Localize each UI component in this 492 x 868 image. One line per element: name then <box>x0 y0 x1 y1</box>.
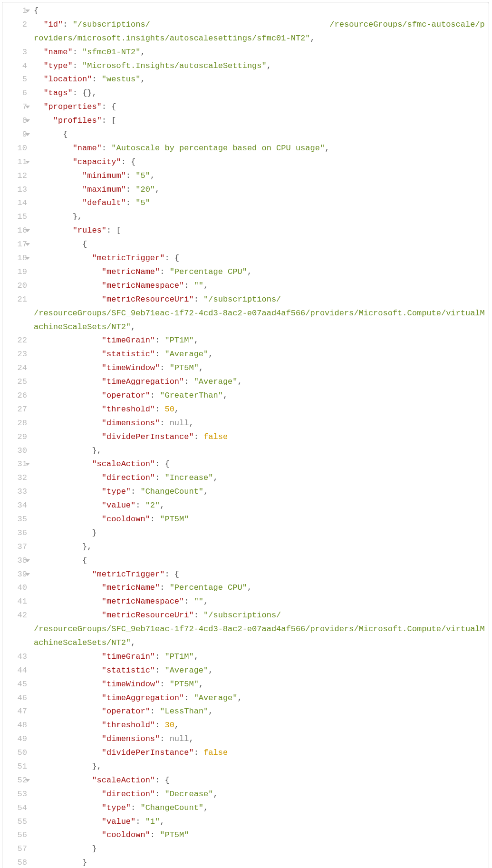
code-editor[interactable]: 1234567891011121314151617181920212223242… <box>2 2 489 868</box>
code-line[interactable]: "timeAggregation": "Average", <box>34 375 485 389</box>
code-line[interactable]: "timeGrain": "PT1M", <box>34 334 485 348</box>
code-line[interactable]: "dividePerInstance": false <box>34 746 485 760</box>
gutter-line-number: 52 <box>8 774 27 788</box>
code-line[interactable]: "type": "ChangeCount", <box>34 485 485 499</box>
code-line[interactable]: "profiles": [ <box>34 114 485 128</box>
code-line[interactable]: "metricName": "Percentage CPU", <box>34 265 485 279</box>
code-line[interactable]: "rules": [ <box>34 224 485 238</box>
gutter-line-number: 23 <box>8 348 27 361</box>
code-line[interactable]: } <box>34 527 485 540</box>
gutter-line-number: 1 <box>8 4 27 18</box>
code-line[interactable]: "location": "westus", <box>34 73 485 87</box>
code-line[interactable]: "default": "5" <box>34 196 485 210</box>
code-line[interactable]: "dimensions": null, <box>34 417 485 430</box>
code-line[interactable]: "cooldown": "PT5M" <box>34 829 485 842</box>
gutter-line-number: 32 <box>8 471 27 485</box>
code-line[interactable]: "timeAggregation": "Average", <box>34 692 485 705</box>
code-line[interactable]: "type": "ChangeCount", <box>34 801 485 815</box>
code-line[interactable]: "tags": {}, <box>34 87 485 100</box>
code-line[interactable]: { <box>34 128 485 142</box>
code-line[interactable]: }, <box>34 444 485 458</box>
code-line[interactable]: { <box>34 4 485 18</box>
gutter-line-number: 49 <box>8 732 27 746</box>
gutter-line-number: 35 <box>8 513 27 527</box>
code-line[interactable]: "metricResourceUri": "/subscriptions/ /r… <box>34 293 485 334</box>
gutter-line-number: 7 <box>8 100 27 114</box>
gutter-line-number: 42 <box>8 609 27 650</box>
gutter-line-number: 53 <box>8 788 27 801</box>
code-line[interactable]: "threshold": 30, <box>34 719 485 732</box>
code-line[interactable]: "name": "Autoscale by percentage based o… <box>34 142 485 156</box>
code-line[interactable]: "minimum": "5", <box>34 169 485 183</box>
gutter: 1234567891011121314151617181920212223242… <box>2 2 31 868</box>
code-line[interactable]: { <box>34 238 485 252</box>
code-line[interactable]: "metricTrigger": { <box>34 568 485 582</box>
code-line[interactable]: "id": "/subscriptions/ /resourceGroups/s… <box>34 18 485 46</box>
code-line[interactable]: "value": "2", <box>34 499 485 513</box>
gutter-line-number: 4 <box>8 59 27 73</box>
code-line[interactable]: "name": "sfmc01-NT2", <box>34 46 485 59</box>
code-line[interactable]: "timeWindow": "PT5M", <box>34 678 485 692</box>
code-line[interactable]: "statistic": "Average", <box>34 664 485 678</box>
code-line[interactable]: "metricName": "Percentage CPU", <box>34 581 485 595</box>
gutter-line-number: 29 <box>8 430 27 444</box>
gutter-line-number: 30 <box>8 444 27 458</box>
gutter-line-number: 9 <box>8 128 27 142</box>
code-source[interactable]: { "id": "/subscriptions/ /resourceGroups… <box>31 2 489 868</box>
code-line[interactable]: }, <box>34 210 485 224</box>
gutter-line-number: 44 <box>8 664 27 678</box>
code-line[interactable]: } <box>34 856 485 868</box>
code-line[interactable]: "threshold": 50, <box>34 403 485 417</box>
code-line[interactable]: }, <box>34 540 485 554</box>
code-line[interactable]: "direction": "Decrease", <box>34 788 485 801</box>
code-line[interactable]: "statistic": "Average", <box>34 348 485 361</box>
code-line[interactable]: "value": "1", <box>34 815 485 829</box>
code-line[interactable]: "metricResourceUri": "/subscriptions/ /r… <box>34 609 485 650</box>
gutter-line-number: 5 <box>8 73 27 87</box>
code-line[interactable]: "operator": "GreaterThan", <box>34 389 485 403</box>
gutter-line-number: 8 <box>8 114 27 128</box>
gutter-line-number: 12 <box>8 169 27 183</box>
gutter-line-number: 57 <box>8 842 27 856</box>
code-line[interactable]: "type": "Microsoft.Insights/autoscaleSet… <box>34 59 485 73</box>
gutter-line-number: 2 <box>8 18 27 46</box>
gutter-line-number: 6 <box>8 87 27 100</box>
gutter-line-number: 11 <box>8 156 27 169</box>
gutter-line-number: 54 <box>8 801 27 815</box>
gutter-line-number: 26 <box>8 389 27 403</box>
gutter-line-number: 16 <box>8 224 27 238</box>
gutter-line-number: 43 <box>8 650 27 664</box>
code-line[interactable]: { <box>34 554 485 568</box>
code-line[interactable]: "maximum": "20", <box>34 183 485 197</box>
gutter-line-number: 28 <box>8 417 27 430</box>
code-line[interactable]: "scaleAction": { <box>34 774 485 788</box>
code-line[interactable]: "direction": "Increase", <box>34 471 485 485</box>
code-line[interactable]: "capacity": { <box>34 156 485 169</box>
code-line[interactable]: }, <box>34 760 485 774</box>
code-line[interactable]: "metricTrigger": { <box>34 252 485 265</box>
gutter-line-number: 18 <box>8 252 27 265</box>
code-line[interactable]: "operator": "LessThan", <box>34 705 485 719</box>
gutter-line-number: 31 <box>8 458 27 471</box>
gutter-line-number: 33 <box>8 485 27 499</box>
gutter-line-number: 3 <box>8 46 27 59</box>
code-line[interactable]: "timeWindow": "PT5M", <box>34 361 485 375</box>
gutter-line-number: 56 <box>8 829 27 842</box>
code-line[interactable]: } <box>34 842 485 856</box>
code-line[interactable]: "timeGrain": "PT1M", <box>34 650 485 664</box>
code-line[interactable]: "metricNamespace": "", <box>34 279 485 293</box>
code-line[interactable]: "metricNamespace": "", <box>34 595 485 609</box>
code-line[interactable]: "dimensions": null, <box>34 732 485 746</box>
gutter-line-number: 13 <box>8 183 27 197</box>
gutter-line-number: 47 <box>8 705 27 719</box>
gutter-line-number: 20 <box>8 279 27 293</box>
gutter-line-number: 36 <box>8 527 27 540</box>
code-line[interactable]: "dividePerInstance": false <box>34 430 485 444</box>
gutter-line-number: 37 <box>8 540 27 554</box>
gutter-line-number: 41 <box>8 595 27 609</box>
code-line[interactable]: "scaleAction": { <box>34 458 485 471</box>
code-line[interactable]: "cooldown": "PT5M" <box>34 513 485 527</box>
gutter-line-number: 46 <box>8 692 27 705</box>
code-line[interactable]: "properties": { <box>34 100 485 114</box>
gutter-line-number: 27 <box>8 403 27 417</box>
